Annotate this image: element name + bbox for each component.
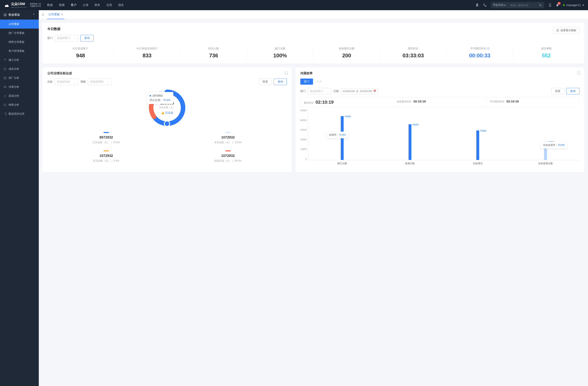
metric: 今日有效首咨客户833 xyxy=(114,46,181,59)
chevron-down-icon: ▾ xyxy=(504,4,506,7)
efficiency-title: 沟通效率 xyxy=(300,71,579,75)
nav-item[interactable]: 客户 xyxy=(71,3,77,7)
chart-tooltip-1: 接通率：70.9% xyxy=(327,132,348,138)
bar-group: 35000 xyxy=(376,124,444,160)
phone-icon[interactable] xyxy=(483,3,487,7)
menu-icon xyxy=(4,68,6,70)
duration-cell: 平均通话时长02:10:19 xyxy=(486,97,579,107)
bar-chart: 50000400003000020000100000 接通率：70.9% 有效接… xyxy=(300,109,579,168)
svg-point-4 xyxy=(557,30,558,31)
reset-button[interactable]: 重置 xyxy=(551,88,564,95)
search-type-select[interactable]: 手机号码 ▾ xyxy=(491,3,508,7)
menu-icon xyxy=(4,58,6,61)
sidebar-item[interactable]: 客户经理看板 xyxy=(0,46,39,56)
metric: 平均通话时长ⓘ00:00:33 xyxy=(446,46,513,59)
tabs-bar: ☰ 公司看板 ✕ xyxy=(39,10,588,19)
metric: 成交单数552 xyxy=(513,46,579,59)
period-select[interactable]: 请选择周期 ⌄ xyxy=(88,78,111,85)
tab-dept[interactable]: 部门 xyxy=(300,78,313,85)
target-select[interactable]: 请选择目标 ⌄ xyxy=(55,78,78,85)
today-title: 今日数据 xyxy=(47,27,93,31)
chevron-up-icon: ⌃ xyxy=(33,13,35,17)
dept-select[interactable]: 请选择部门 ⌄ xyxy=(55,35,78,41)
metric: 有效通话次数200 xyxy=(314,46,380,59)
legend-item: 1072932超额完成（元） | 89.9% xyxy=(169,150,287,163)
nav-item[interactable]: 线索 xyxy=(59,3,65,7)
sidebar-item[interactable]: 推广主管看板 xyxy=(0,29,39,38)
search-icon[interactable] xyxy=(537,4,544,6)
search-input[interactable] xyxy=(508,4,537,7)
metric: 今日首咨客户948 xyxy=(47,46,114,59)
settings-metrics-button[interactable]: 设置显示指标 xyxy=(553,27,579,34)
menu-icon xyxy=(4,112,6,115)
donut-tooltip: 1072932 所占比例：70.9% xyxy=(147,92,173,104)
notification-badge: 5 xyxy=(558,2,561,5)
chevron-down-icon: ▾ xyxy=(583,3,584,7)
legend-item: 8972932已完成量（元） | 70.9% xyxy=(47,132,165,144)
calendar-icon: 📅 xyxy=(373,90,376,93)
chart-tooltip-2: 有效接通率：70.9% xyxy=(541,142,567,149)
chevron-down-icon: ⌄ xyxy=(74,37,76,40)
donut-chart: 1072932 所占比例：70.9% 100000 目标总量（ xyxy=(147,88,186,127)
sidebar-item[interactable]: 访客分析 xyxy=(0,82,39,91)
dashboard-icon xyxy=(4,14,6,16)
menu-icon xyxy=(4,103,6,106)
sidebar-item[interactable]: 成本分析 xyxy=(0,64,39,74)
bell-icon[interactable]: 5 xyxy=(556,3,559,7)
sidebar-item[interactable]: 漏斗分析 xyxy=(0,56,39,64)
chevron-down-icon: ⌄ xyxy=(74,80,76,83)
status-dot-icon xyxy=(563,4,565,6)
brand-name: 云朵CRM xyxy=(11,2,26,6)
efficiency-card: ⛶ 沟通效率 部门 个人 部门 请选择部门 ⌄ 日期 2 xyxy=(295,67,584,173)
user-menu[interactable]: manager11 ▾ xyxy=(563,3,584,7)
sidebar-item[interactable]: 销售分析 xyxy=(0,100,39,109)
close-icon[interactable]: ✕ xyxy=(61,13,63,16)
search-box: 手机号码 ▾ xyxy=(491,2,544,8)
sidebar-item[interactable]: 推广分析 xyxy=(0,74,39,82)
menu-icon xyxy=(4,95,6,97)
hamburger-icon[interactable]: ☰ xyxy=(42,13,44,16)
reset-button[interactable]: 重置 xyxy=(259,78,272,85)
sidebar-item[interactable]: 数据流转记录 xyxy=(0,109,39,118)
tab-person[interactable]: 个人 xyxy=(313,78,326,85)
metric: 通话时长03:33:03 xyxy=(380,46,446,59)
nav-item[interactable]: 财务 xyxy=(95,3,100,7)
mobile-icon[interactable] xyxy=(548,3,552,7)
legend-item: 1072932应完成量（元） | 8.9% xyxy=(47,150,165,163)
query-button[interactable]: 查询 xyxy=(566,88,579,95)
user-add-icon[interactable] xyxy=(475,3,479,7)
nav-item[interactable]: 运营 xyxy=(106,3,112,7)
today-card: 今日数据 部门 请选择部门 ⌄ 查询 设置显示指标 xyxy=(42,23,584,64)
gear-icon xyxy=(556,29,559,32)
brand-logo: 云朵CRM www.yunduocrm.com 教育机构一站 式服务云平台 xyxy=(4,2,41,8)
query-button[interactable]: 查询 xyxy=(274,78,287,85)
svg-point-0 xyxy=(539,4,541,6)
metric: 拨打次数100% xyxy=(247,46,314,59)
nav-item[interactable]: 数据 xyxy=(47,3,53,7)
chevron-down-icon: ⌄ xyxy=(107,80,109,83)
legend-item: 1072932未完成量（元） | 20.9% xyxy=(169,132,287,144)
dept-label: 部门 xyxy=(47,36,53,40)
query-button[interactable]: 查询 xyxy=(81,35,93,41)
eff-dept-select[interactable]: 请选择部门 ⌄ xyxy=(308,88,331,95)
tab-company-dashboard[interactable]: 公司看板 ✕ xyxy=(47,10,64,19)
duration-cell: 有效通话时长02:10:19 xyxy=(393,97,486,107)
menu-icon xyxy=(4,85,6,88)
user-name: manager11 xyxy=(566,3,581,7)
svg-point-6 xyxy=(164,121,170,126)
sidebar-item[interactable]: 公司看板 xyxy=(0,19,39,29)
sidebar-item[interactable]: 渠道分析 xyxy=(0,91,39,100)
goal-card: ⛶ 公司业绩目标达成 目标 请选择目标 ⌄ 周期 请选择周期 ⌄ xyxy=(42,67,292,173)
menu-icon xyxy=(4,77,6,79)
sidebar-group-dashboard[interactable]: 数据看板 ⌃ xyxy=(0,10,39,19)
expand-icon[interactable]: ⛶ xyxy=(577,71,580,75)
date-range-input[interactable]: 2018/01/08 至 2018/01/08 📅 xyxy=(341,88,378,95)
sidebar-item[interactable]: 销售主管看板 xyxy=(0,38,39,46)
nav-item[interactable]: 公海 xyxy=(83,3,88,7)
thumbs-up-icon: 👍 xyxy=(161,111,164,115)
sidebar: 数据看板 ⌃ 公司看板推广主管看板销售主管看板客户经理看板 漏斗分析成本分析推广… xyxy=(0,10,39,386)
expand-icon[interactable]: ⛶ xyxy=(285,71,288,75)
goal-title: 公司业绩目标达成 xyxy=(47,71,287,75)
duration-cell: 通话时长02:10:19 xyxy=(300,97,393,107)
nav-item[interactable]: 报名 xyxy=(118,3,124,7)
